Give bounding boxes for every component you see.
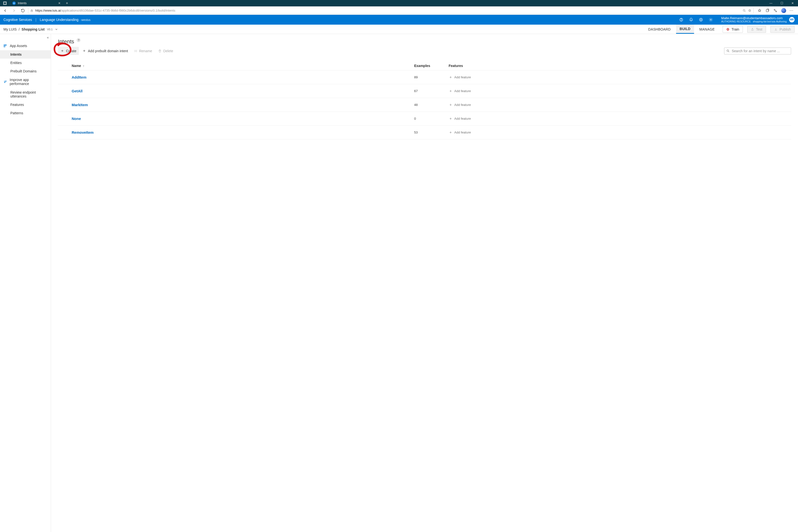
- browser-tab[interactable]: U Intents ✕: [10, 0, 63, 6]
- train-status-icon: ⚙: [726, 27, 729, 31]
- flask-icon: [751, 27, 754, 31]
- search-input[interactable]: [732, 49, 789, 53]
- add-feature-button[interactable]: ＋Add feature: [449, 89, 791, 93]
- browser-right-icons: ⋯: [755, 8, 797, 13]
- favorites-icon[interactable]: [758, 8, 762, 13]
- favorite-icon[interactable]: [748, 9, 752, 12]
- sidebar-item-prebuilt-domains[interactable]: Prebuilt Domains: [0, 67, 51, 75]
- table-row[interactable]: None0＋Add feature: [58, 112, 791, 126]
- chevron-down-icon[interactable]: [55, 27, 58, 31]
- notifications-icon[interactable]: [689, 18, 693, 22]
- settings-icon[interactable]: [709, 18, 713, 22]
- sort-asc-icon: ↑: [82, 64, 84, 68]
- search-box[interactable]: [724, 48, 791, 54]
- intent-name-link[interactable]: None: [72, 116, 414, 121]
- close-window-button[interactable]: ✕: [787, 1, 798, 5]
- sidebar: « App Assets Intents Entities Prebuilt D…: [0, 34, 51, 532]
- search-icon: [726, 49, 730, 53]
- tab-title: Intents: [18, 1, 26, 5]
- lock-icon: [30, 9, 33, 12]
- zoom-icon[interactable]: [743, 9, 746, 12]
- tab-manage[interactable]: MANAGE: [696, 25, 718, 34]
- user-account[interactable]: Malte.Reimann@studentambassadors.com AUT…: [721, 17, 795, 23]
- delete-button[interactable]: Delete: [156, 48, 176, 54]
- examples-count: 67: [414, 89, 449, 93]
- table-row[interactable]: RemoveItem53＋Add feature: [58, 126, 791, 139]
- sidebar-item-entities[interactable]: Entities: [0, 59, 51, 67]
- app-switcher-icon[interactable]: [0, 0, 10, 6]
- tab-dashboard[interactable]: DASHBOARD: [645, 25, 674, 34]
- sidebar-item-intents[interactable]: Intents: [0, 50, 51, 59]
- assets-icon: [3, 44, 7, 48]
- close-tab-icon[interactable]: ✕: [58, 1, 61, 5]
- col-examples[interactable]: Examples: [414, 64, 449, 68]
- trash-icon: [158, 49, 162, 53]
- add-feature-button[interactable]: ＋Add feature: [449, 130, 791, 135]
- breadcrumb-root[interactable]: My LUIS: [3, 27, 17, 31]
- plus-icon: ＋: [449, 116, 453, 121]
- intent-name-link[interactable]: RemoveItem: [72, 130, 414, 134]
- test-button[interactable]: Test: [747, 26, 766, 33]
- maximize-window-button[interactable]: ☐: [776, 1, 787, 5]
- svg-rect-13: [4, 44, 5, 46]
- plus-icon: ＋: [82, 48, 86, 54]
- main-content: Intents ? ＋ Create ＋ Add prebuilt domain…: [51, 34, 798, 532]
- help-badge-icon[interactable]: ?: [77, 38, 80, 42]
- svg-point-3: [743, 10, 745, 11]
- examples-count: 89: [414, 75, 449, 79]
- table-row[interactable]: MarkItem48＋Add feature: [58, 98, 791, 112]
- rename-icon: [134, 49, 137, 53]
- sidebar-label: App Assets: [10, 44, 27, 48]
- profile-avatar[interactable]: [781, 8, 786, 13]
- col-name[interactable]: Name ↑: [72, 64, 414, 68]
- collections-icon[interactable]: [765, 8, 771, 13]
- version-label: V0.1: [47, 28, 53, 31]
- publish-icon: [774, 28, 778, 31]
- rename-button[interactable]: Rename: [132, 48, 155, 54]
- service-header: Cognitive Services | Language Understand…: [0, 15, 798, 25]
- add-feature-button[interactable]: ＋Add feature: [449, 102, 791, 107]
- refresh-button[interactable]: [19, 8, 26, 13]
- plus-icon: ＋: [449, 89, 453, 93]
- intent-name-link[interactable]: MarkItem: [72, 103, 414, 107]
- forward-button[interactable]: [10, 8, 18, 13]
- table-row[interactable]: AddItem89＋Add feature: [58, 71, 791, 84]
- svg-rect-15: [4, 46, 5, 47]
- more-icon[interactable]: ⋯: [789, 8, 794, 13]
- add-feature-button[interactable]: ＋Add feature: [449, 116, 791, 121]
- plus-icon: ＋: [449, 75, 453, 79]
- feedback-icon[interactable]: [699, 18, 703, 22]
- tab-favicon: U: [12, 1, 16, 5]
- svg-point-8: [681, 20, 682, 21]
- toolbar: ＋ Create ＋ Add prebuilt domain intent Re…: [58, 47, 791, 55]
- minimize-window-button[interactable]: —: [765, 1, 776, 5]
- intent-name-link[interactable]: GetAll: [72, 89, 414, 93]
- table-row[interactable]: GetAll67＋Add feature: [58, 84, 791, 98]
- product-name[interactable]: Language Understanding - westus: [40, 18, 91, 22]
- svg-point-9: [700, 18, 702, 21]
- intent-name-link[interactable]: AddItem: [72, 75, 414, 79]
- extensions-icon[interactable]: [773, 8, 778, 13]
- breadcrumb-sep: /: [19, 27, 20, 31]
- add-prebuilt-button[interactable]: ＋ Add prebuilt domain intent: [80, 47, 131, 55]
- tab-build[interactable]: BUILD: [676, 25, 694, 34]
- new-tab-button[interactable]: +: [63, 1, 71, 5]
- sidebar-item-patterns[interactable]: Patterns: [0, 109, 51, 117]
- publish-button[interactable]: Publish: [771, 26, 795, 33]
- examples-count: 53: [414, 131, 449, 134]
- address-bar[interactable]: https://www.luis.ai/applications/d9106da…: [28, 7, 754, 14]
- collapse-sidebar-icon[interactable]: «: [47, 36, 49, 39]
- window-title-bar: U Intents ✕ + — ☐ ✕: [0, 0, 798, 6]
- create-button[interactable]: ＋ Create: [58, 47, 79, 55]
- add-feature-button[interactable]: ＋Add feature: [449, 75, 791, 79]
- back-button[interactable]: [1, 8, 9, 13]
- user-email: Malte.Reimann@studentambassadors.com: [721, 17, 787, 20]
- breadcrumb-app[interactable]: Shopping List: [22, 27, 44, 31]
- help-icon[interactable]: [679, 18, 683, 22]
- sidebar-item-features[interactable]: Features: [0, 100, 51, 109]
- service-name[interactable]: Cognitive Services: [3, 18, 32, 22]
- col-features[interactable]: Features: [449, 64, 791, 68]
- sidebar-item-review-utterances[interactable]: Review endpoint utterances: [0, 88, 51, 100]
- train-button[interactable]: ⚙ Train: [723, 26, 743, 33]
- svg-point-12: [710, 19, 711, 20]
